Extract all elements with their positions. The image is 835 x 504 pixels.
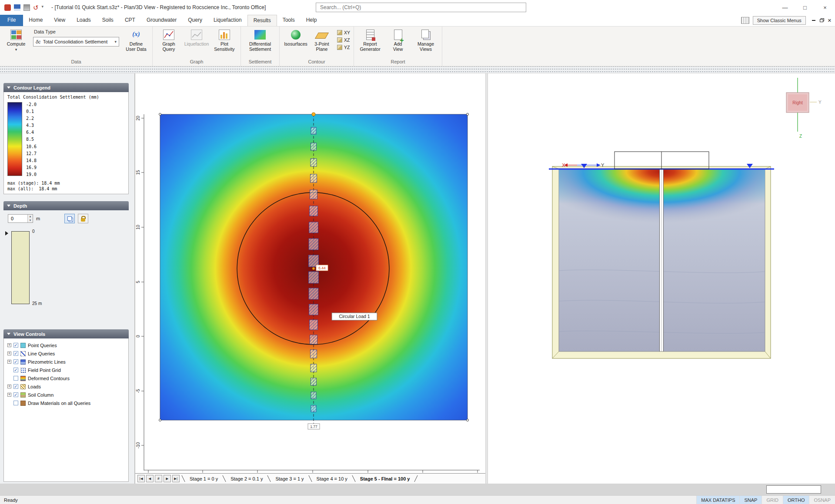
checkbox[interactable]: ✓	[13, 359, 18, 364]
compute-dropdown-icon: ▾	[15, 47, 17, 53]
plane-yz-button[interactable]: YZ	[336, 44, 351, 50]
data-type-select[interactable]: δc Total Consolidation Settlement ▾	[33, 37, 119, 46]
view-controls-header[interactable]: View Controls	[3, 329, 129, 338]
xz-plane-icon	[337, 37, 342, 43]
expand-icon[interactable]: +	[7, 385, 11, 388]
tab-view[interactable]: View	[48, 15, 71, 26]
tab-file[interactable]: File	[0, 15, 23, 26]
stage-number-button[interactable]: #	[155, 475, 162, 482]
checkbox[interactable]	[13, 376, 18, 381]
maximize-button[interactable]: □	[795, 0, 815, 15]
contour-legend-header[interactable]: Contour Legend	[3, 83, 129, 92]
undo-icon[interactable]: ↺	[33, 4, 39, 11]
status-toggle-osnap[interactable]: OSNAP	[809, 496, 835, 504]
expand-icon[interactable]: +	[7, 343, 11, 347]
checkbox[interactable]: ✓	[13, 351, 18, 356]
checkbox[interactable]	[13, 401, 18, 405]
doc-close-icon[interactable]: ✕	[828, 18, 832, 23]
tab-soils[interactable]: Soils	[97, 15, 119, 26]
tab-results[interactable]: Results	[247, 15, 277, 26]
stage-tab-2[interactable]: Stage 2 = 0.1 y	[228, 476, 265, 481]
first-stage-button[interactable]: |◀	[137, 475, 145, 482]
tab-loads[interactable]: Loads	[71, 15, 97, 26]
depth-header[interactable]: Depth	[3, 201, 129, 210]
tooltip-toggle-icon[interactable]	[741, 17, 749, 24]
report-generator-button[interactable]: Report Generator	[356, 27, 384, 58]
status-toggle-max-datatips[interactable]: MAX DATATIPS	[696, 496, 739, 504]
tree-item-loads[interactable]: + ✓ Loads	[5, 382, 127, 391]
last-stage-button[interactable]: ▶|	[172, 475, 180, 482]
search-input[interactable]	[316, 3, 526, 12]
tab-cpt[interactable]: CPT	[119, 15, 141, 26]
function-icon	[132, 32, 140, 37]
stage-tab-5[interactable]: Stage 5 - FInal = 100 y	[357, 476, 413, 481]
checkbox[interactable]: ✓	[13, 343, 18, 348]
expand-icon[interactable]: +	[7, 360, 11, 364]
depth-scale[interactable]: 0 25 m	[4, 228, 128, 315]
add-view-button[interactable]: Add View	[384, 27, 412, 58]
tree-item-deformed-contours[interactable]: Deformed Contours	[5, 374, 127, 382]
plan-view-pane[interactable]: 6.44 1.77 Circular Load 1 20 15 10 5 0 -…	[135, 73, 485, 484]
tree-item-line-queries[interactable]: + ✓ Line Queries	[5, 349, 127, 358]
expand-icon[interactable]: +	[7, 393, 11, 397]
differential-settlement-button[interactable]: Differential Settlement	[243, 27, 277, 58]
tab-groundwater[interactable]: Groundwater	[141, 15, 182, 26]
3d-view-canvas[interactable]: X Y Right Y Z	[488, 73, 835, 484]
plane-xz-button[interactable]: XZ	[336, 37, 351, 43]
ribbon-group-settlement: Differential Settlement Settlement	[241, 27, 280, 66]
stage-tab-3[interactable]: Stage 3 = 1 y	[273, 476, 306, 481]
stage-tab-4[interactable]: Stage 4 = 10 y	[314, 476, 350, 481]
depth-spinner[interactable]: ▲▼	[8, 214, 33, 223]
show-classic-menus-button[interactable]: Show Classic Menus	[753, 16, 806, 25]
plane-xy-button[interactable]: XY	[336, 30, 351, 36]
tree-item-soil-column[interactable]: + ✓ Soil Column	[5, 391, 127, 399]
tab-help[interactable]: Help	[301, 15, 323, 26]
liquefaction-button: Liquefaction	[183, 27, 210, 58]
tab-tools[interactable]: Tools	[277, 15, 301, 26]
tree-item-piezometric-lines[interactable]: + ✓ Piezometric Lines	[5, 358, 127, 366]
legend-values: -2.00.1 2.24.3 6.48.5 10.612.7 14.816.9 …	[26, 102, 37, 177]
print-icon[interactable]	[23, 4, 30, 11]
save-icon[interactable]	[14, 4, 20, 11]
depth-lock-button[interactable]	[78, 214, 88, 223]
spin-up-icon[interactable]: ▲	[27, 215, 33, 219]
checkbox[interactable]: ✓	[13, 384, 18, 389]
compute-button[interactable]: Compute ▾	[2, 27, 30, 58]
close-button[interactable]: ×	[815, 0, 835, 15]
point-queries-icon	[20, 343, 26, 348]
tab-home[interactable]: Home	[23, 15, 48, 26]
tree-item-draw-materials[interactable]: Draw Materials on all Queries	[5, 399, 127, 407]
3d-view-pane[interactable]: X Y Right Y Z	[488, 73, 835, 484]
plot-sensitivity-button[interactable]: Plot Sensitivity	[210, 27, 238, 58]
tree-item-field-point-grid[interactable]: ✓ Field Point Grid	[5, 366, 127, 374]
stage-tab-1[interactable]: Stage 1 = 0 y	[187, 476, 220, 481]
status-toggle-grid[interactable]: GRID	[762, 496, 783, 504]
status-toggle-snap[interactable]: SNAP	[739, 496, 762, 504]
manage-views-button[interactable]: Manage Views	[412, 27, 440, 58]
tab-liquefaction[interactable]: Liquefaction	[208, 15, 247, 26]
isosurfaces-button[interactable]: Isosurfaces	[282, 27, 310, 58]
customize-toolbar-icon[interactable]: ▾	[42, 4, 44, 11]
query-top-node[interactable]	[312, 113, 315, 116]
tree-item-point-queries[interactable]: + ✓ Point Queries	[5, 341, 127, 349]
depth-layers-button[interactable]	[64, 214, 75, 223]
three-point-plane-button[interactable]: 3-Point Plane	[310, 27, 334, 58]
query-center-node[interactable]	[312, 267, 315, 270]
spin-down-icon[interactable]: ▼	[27, 219, 33, 222]
define-user-data-button[interactable]: Define User Data	[122, 27, 150, 58]
previous-stage-button[interactable]: ◀	[146, 475, 154, 482]
graph-query-button[interactable]: Graph Query	[155, 27, 183, 58]
expand-icon[interactable]: +	[7, 351, 11, 355]
minimize-button[interactable]: —	[775, 0, 795, 15]
panel-dock-strip[interactable]	[0, 66, 835, 73]
svg-text:-5: -5	[136, 389, 140, 393]
tab-query[interactable]: Query	[182, 15, 208, 26]
next-stage-button[interactable]: ▶	[164, 475, 171, 482]
checkbox[interactable]: ✓	[13, 392, 18, 397]
depth-marker-icon[interactable]	[5, 231, 8, 235]
doc-minimize-icon[interactable]	[812, 20, 815, 21]
status-toggle-ortho[interactable]: ORTHO	[783, 496, 809, 504]
checkbox[interactable]: ✓	[13, 368, 18, 372]
doc-restore-icon[interactable]	[820, 19, 823, 22]
plan-view-canvas[interactable]: 6.44 1.77 Circular Load 1 20 15 10 5 0 -…	[135, 73, 486, 473]
